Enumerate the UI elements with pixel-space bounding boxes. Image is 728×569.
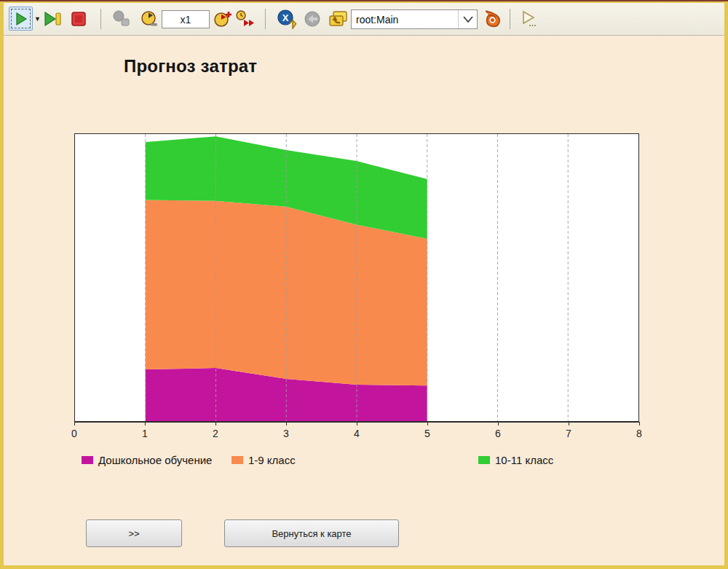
x-axis-tick-label: 2 xyxy=(213,428,218,439)
stop-button[interactable] xyxy=(68,8,90,30)
x-axis-tick-label: 4 xyxy=(354,428,360,439)
window-top-edge xyxy=(0,0,728,1)
x-axis-tick xyxy=(286,422,287,425)
run-button[interactable] xyxy=(9,7,33,31)
toolbar-separator xyxy=(510,9,510,29)
forward-button[interactable]: >> xyxy=(86,519,182,547)
chevron-down-icon[interactable] xyxy=(458,10,477,28)
navigate-back-disabled-icon xyxy=(302,8,324,30)
x-axis-tick xyxy=(498,422,499,425)
step-run-icon xyxy=(44,10,63,28)
x-axis-tick xyxy=(74,422,75,425)
toolbar-separator xyxy=(265,9,266,29)
navigate-top-button[interactable]: X xyxy=(277,8,298,30)
x-axis-tick xyxy=(569,422,569,425)
legend-label: 10-11 класс xyxy=(495,454,553,466)
run-experiment-button[interactable] xyxy=(518,8,540,30)
viewport-combobox-value: root:Main xyxy=(352,14,458,25)
navigate-up-button[interactable] xyxy=(328,8,349,30)
x-axis-tick xyxy=(427,422,428,425)
step-run-button[interactable] xyxy=(42,8,64,30)
viewport-combobox[interactable]: root:Main xyxy=(351,9,478,29)
speed-up-button[interactable] xyxy=(213,8,234,30)
x-axis-tick xyxy=(357,422,357,425)
run-experiment-icon xyxy=(520,9,539,28)
navigate-up-icon xyxy=(328,9,349,29)
focus-rect xyxy=(11,9,31,28)
stop-icon xyxy=(71,11,87,27)
legend-label: Дошкольное обучение xyxy=(98,454,212,466)
legend-item: 10-11 класс xyxy=(478,452,553,467)
x-axis-tick xyxy=(145,422,146,425)
legend-item: Дошкольное обучение xyxy=(82,452,212,467)
chart-canvas xyxy=(75,134,638,421)
chart-plot-area xyxy=(74,133,639,423)
legend-swatch xyxy=(478,456,490,464)
x-axis-tick-label: 6 xyxy=(495,428,501,439)
real-time-toggle-icon xyxy=(235,9,256,28)
svg-text:X: X xyxy=(282,12,289,23)
speed-input[interactable] xyxy=(162,10,210,28)
toolbar-separator xyxy=(100,9,101,29)
x-axis-tick-label: 8 xyxy=(636,428,642,439)
toolbar: ▼ xyxy=(4,3,724,36)
slow-down-icon xyxy=(140,9,159,28)
legend-label: 1-9 класс xyxy=(248,454,296,466)
navigate-top-icon: X xyxy=(277,9,298,29)
page-title: Прогноз затрат xyxy=(124,56,257,76)
anylogic-logo-button[interactable] xyxy=(482,8,504,30)
x-axis-tick xyxy=(215,422,216,425)
back-to-map-button[interactable]: Вернуться к карте xyxy=(224,519,399,547)
slow-down-button[interactable] xyxy=(138,8,160,30)
app-window: ▼ xyxy=(0,0,728,569)
run-dropdown-arrow[interactable]: ▼ xyxy=(34,15,41,23)
x-axis-tick-label: 0 xyxy=(71,428,77,439)
speed-up-icon xyxy=(213,9,234,28)
x-axis-tick-label: 7 xyxy=(566,428,571,439)
virtual-time-disabled-icon xyxy=(111,8,132,30)
legend-item: 1-9 класс xyxy=(232,452,296,467)
x-axis-tick xyxy=(639,422,640,425)
x-axis: 012345678 xyxy=(74,422,639,444)
real-time-toggle-button[interactable] xyxy=(234,8,256,30)
x-axis-tick-label: 1 xyxy=(142,428,148,439)
legend-swatch xyxy=(232,456,243,464)
anylogic-logo-icon xyxy=(482,9,504,29)
x-axis-tick-label: 5 xyxy=(424,428,430,439)
x-axis-tick-label: 3 xyxy=(283,428,289,439)
legend-swatch xyxy=(82,456,93,464)
